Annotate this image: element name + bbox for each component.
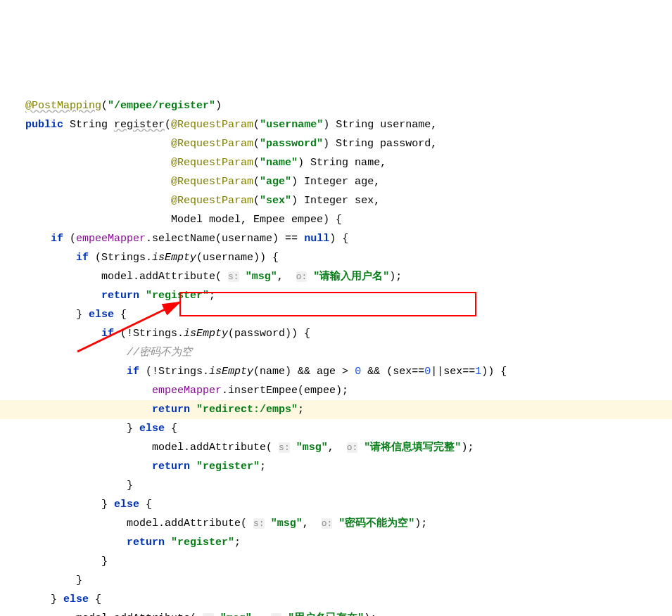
code-line: if (empeeMapper.selectName(username) == …: [0, 233, 348, 245]
param-hint: o:: [347, 442, 358, 453]
code-line: @RequestParam("name") String name,: [0, 157, 386, 169]
code-line: model.addAttribute( s: "msg", o: "用户名已存在…: [0, 612, 376, 616]
code-line: @RequestParam("password") String passwor…: [0, 138, 437, 150]
code-line: model.addAttribute( s: "msg", o: "密码不能为空…: [0, 518, 427, 530]
code-line: model.addAttribute( s: "msg", o: "请输入用户名…: [0, 271, 402, 283]
code-line: }: [0, 480, 133, 492]
code-line: @PostMapping("/empee/register"): [0, 100, 222, 112]
code-line: public String register(@RequestParam("us…: [0, 119, 437, 131]
highlighted-line: return "redirect:/emps";: [0, 400, 672, 419]
param-hint: o:: [296, 271, 308, 282]
code-editor[interactable]: @PostMapping("/empee/register") public S…: [0, 76, 672, 616]
code-line: @RequestParam("sex") Integer sex,: [0, 195, 380, 207]
code-line: return "register";: [0, 290, 215, 302]
code-line: if (Strings.isEmpty(username)) {: [0, 252, 279, 264]
param-hint: s:: [228, 271, 239, 282]
code-line: if (!Strings.isEmpty(password)) {: [0, 328, 310, 340]
param-hint: s:: [203, 613, 214, 616]
code-line: model.addAttribute( s: "msg", o: "请将信息填写…: [0, 442, 474, 454]
param-hint: s:: [279, 442, 290, 453]
code-line: } else {: [0, 593, 101, 605]
code-line: //密码不为空: [0, 347, 192, 359]
code-line: if (!Strings.isEmpty(name) && age > 0 &&…: [0, 366, 507, 378]
code-line: Model model, Empee empee) {: [0, 214, 342, 226]
code-line: empeeMapper.insertEmpee(empee);: [0, 385, 348, 397]
code-line: }: [0, 575, 82, 586]
param-hint: o:: [322, 518, 333, 529]
param-hint: s:: [253, 518, 265, 529]
code-line: } else {: [0, 499, 152, 511]
code-line: } else {: [0, 423, 177, 435]
annotation: @PostMapping: [25, 100, 101, 112]
code-line: return "register";: [0, 461, 266, 473]
code-line: } else {: [0, 309, 127, 321]
code-line: }: [0, 556, 108, 567]
code-line: @RequestParam("age") Integer age,: [0, 176, 380, 188]
param-hint: o:: [271, 613, 282, 616]
code-line: return "register";: [0, 537, 241, 548]
